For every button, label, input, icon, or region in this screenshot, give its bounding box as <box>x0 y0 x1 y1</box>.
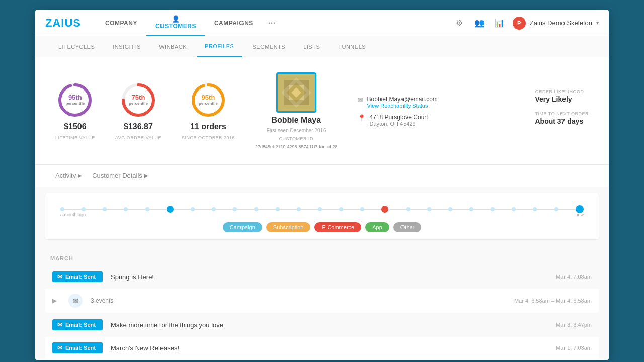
timeline-container: a month ago now Campaign Subscription E-… <box>45 193 599 239</box>
month-label: MARCH <box>45 250 599 264</box>
nav-item-more[interactable]: ··· <box>262 10 282 36</box>
events-section: MARCH ✉ Email: Sent Spring is Here! Mar … <box>35 245 609 359</box>
profile-contact: ✉ BobbieLMaya@email.com View Reachabilit… <box>358 96 438 127</box>
ao-value: $136.87 <box>124 122 153 131</box>
profile-meta: ORDER LIKELIHOOD Very Likely TIME TO NEX… <box>535 89 589 133</box>
chart-button[interactable]: 📊 <box>493 16 507 30</box>
ord-percentile-text: percentile <box>199 102 218 107</box>
campaigns-label: CAMPAIGNS <box>214 20 253 27</box>
dot-21 <box>533 207 537 211</box>
time-to-order-label: TIME TO NEXT ORDER <box>535 111 589 116</box>
order-likelihood-group: ORDER LIKELIHOOD Very Likely <box>535 89 589 103</box>
ao-percentile-num: 75th <box>129 94 148 102</box>
nav-items: COMPANY 👤 CUSTOMERS CAMPAIGNS ··· <box>96 10 452 36</box>
metric-lifetime-value: 95th percentile $1506 LIFETIME VALUE <box>55 82 95 140</box>
settings-button[interactable]: ⚙ <box>452 16 466 30</box>
customers-icon: 👤 <box>172 15 180 23</box>
ord-value: 11 orders <box>190 122 226 131</box>
lv-percentile-num: 95th <box>66 94 85 102</box>
dot-18 <box>469 207 473 211</box>
email-row: ✉ BobbieLMaya@email.com View Reachabilit… <box>358 96 438 109</box>
dot-17 <box>448 207 452 211</box>
event-1-badge: ✉ Email: Sent <box>52 271 103 282</box>
dot-active-1[interactable] <box>167 206 174 213</box>
event-3-badge: ✉ Email: Sent <box>52 319 103 330</box>
users-button[interactable]: 👥 <box>472 16 487 30</box>
time-to-order-group: TIME TO NEXT ORDER About 37 days <box>535 111 589 125</box>
subnav-winback[interactable]: WINBACK <box>151 36 195 57</box>
filter-app[interactable]: App <box>365 222 389 232</box>
profile-name: Bobbie Maya <box>271 116 321 125</box>
nav-item-company[interactable]: COMPANY <box>96 10 146 36</box>
dot-pink[interactable] <box>381 206 388 213</box>
filter-other[interactable]: Other <box>393 222 422 232</box>
app-logo[interactable]: ZAIUS <box>45 17 81 30</box>
location-icon: 📍 <box>358 114 366 122</box>
filter-campaign[interactable]: Campaign <box>223 222 262 232</box>
customer-details-arrow: ▶ <box>144 173 148 178</box>
activity-arrow: ▶ <box>78 173 82 178</box>
subnav-lists[interactable]: LISTS <box>295 36 328 57</box>
time-to-order-value: About 37 days <box>535 117 589 125</box>
reachability-link[interactable]: View Reachability Status <box>367 103 438 109</box>
customer-id-label: CUSTOMER ID <box>279 136 313 141</box>
dot-14 <box>360 207 364 211</box>
dot-9 <box>254 207 258 211</box>
lv-desc: LIFETIME VALUE <box>55 135 95 140</box>
subnav-funnels[interactable]: FUNNELS <box>330 36 374 57</box>
dot-5 <box>145 207 149 211</box>
nav-item-campaigns[interactable]: CAMPAIGNS <box>205 10 262 36</box>
profile-first-seen: First seen December 2016 <box>267 128 326 133</box>
email-sent-icon-1: ✉ <box>57 273 62 280</box>
dot-1 <box>60 207 64 211</box>
filter-tags: Campaign Subscription E-Commerce App Oth… <box>60 222 584 232</box>
order-likelihood-value: Very Likely <box>535 95 589 103</box>
customers-label: CUSTOMERS <box>155 23 196 30</box>
dot-20 <box>512 207 516 211</box>
address-line1: 4718 Pursglove Court <box>370 114 428 121</box>
subnav-lifecycles[interactable]: LIFECYCLES <box>50 36 103 57</box>
email-address: BobbieLMaya@email.com <box>367 96 438 103</box>
nav-item-customers[interactable]: 👤 CUSTOMERS <box>146 10 205 36</box>
subnav-segments[interactable]: SEGMENTS <box>244 36 293 57</box>
email-sent-icon-3: ✉ <box>57 321 62 328</box>
subnav-profiles[interactable]: PROFILES <box>197 36 242 57</box>
order-likelihood-label: ORDER LIKELIHOOD <box>535 89 589 94</box>
dot-12 <box>318 207 322 211</box>
event-2-expand[interactable]: ▶ <box>52 297 60 304</box>
filter-subscription[interactable]: Subscription <box>266 222 311 232</box>
dot-13 <box>339 207 343 211</box>
customer-id-value: 27d845ef-2110-4298-8574-f1f7dadccb28 <box>255 144 338 149</box>
subnav-insights[interactable]: INSIGHTS <box>105 36 149 57</box>
dropdown-icon: ▾ <box>596 20 599 26</box>
lv-value: $1506 <box>64 122 87 131</box>
event-4-badge: ✉ Email: Sent <box>52 342 103 353</box>
event-4-title: March's New Releases! <box>111 344 548 352</box>
ao-desc: AVG ORDER VALUE <box>115 135 162 140</box>
avg-order-circle: 75th percentile <box>120 82 156 118</box>
user-name: Zaius Demo Skeleton <box>530 19 592 27</box>
app-window: ZAIUS COMPANY 👤 CUSTOMERS CAMPAIGNS ··· … <box>35 10 609 360</box>
tab-customer-details[interactable]: Customer Details ▶ <box>92 172 148 179</box>
dot-19 <box>491 207 495 211</box>
lifetime-value-circle: 95th percentile <box>57 82 93 118</box>
user-menu[interactable]: P Zaius Demo Skeleton ▾ <box>513 17 599 30</box>
dot-11 <box>297 207 301 211</box>
email-sent-icon-4: ✉ <box>57 344 62 351</box>
ord-percentile-num: 95th <box>199 94 218 102</box>
event-2-count: 3 events <box>91 297 121 304</box>
event-1-title: Spring is Here! <box>111 273 548 281</box>
event-3-time: Mar 3, 3:47pm <box>556 322 592 328</box>
event-row-3: ✉ Email: Sent Make more time for the thi… <box>45 314 599 336</box>
sub-nav: LIFECYCLES INSIGHTS WINBACK PROFILES SEG… <box>35 36 609 57</box>
tab-activity[interactable]: Activity ▶ <box>55 172 82 179</box>
filter-ecommerce[interactable]: E-Commerce <box>314 222 361 232</box>
dot-7 <box>212 207 216 211</box>
dot-2 <box>82 207 86 211</box>
timeline-start-label: a month ago <box>60 212 86 217</box>
address-row: 📍 4718 Pursglove Court Dayton, OH 45429 <box>358 114 438 127</box>
ord-desc: SINCE OCTOBER 2016 <box>182 135 235 140</box>
event-3-title: Make more time for the things you love <box>111 321 548 329</box>
email-icon: ✉ <box>358 96 363 104</box>
group-icon: ✉ <box>68 294 83 308</box>
